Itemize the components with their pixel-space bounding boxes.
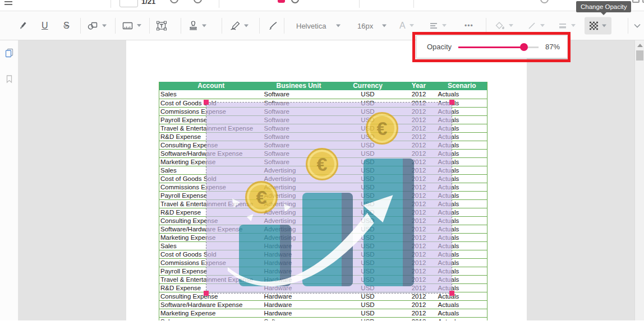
signature-button[interactable] — [230, 21, 249, 30]
scrollbar-thumb[interactable] — [636, 50, 643, 61]
app-icon[interactable] — [540, 0, 549, 3]
table-cell: Software — [263, 90, 335, 99]
growth-arrow-icon — [206, 103, 452, 293]
app-icon[interactable] — [632, 0, 640, 3]
table-cell: Hardware — [263, 309, 335, 317]
page-indicator: 1/21 — [141, 0, 155, 7]
brush-button[interactable] — [268, 21, 278, 30]
document-canvas[interactable]: Account Businees Unit Currency Year Scen… — [19, 40, 634, 320]
opacity-button[interactable] — [585, 17, 611, 34]
chevron-down-icon — [602, 24, 606, 27]
divider — [181, 18, 181, 34]
euro-coin-icon: € — [306, 148, 338, 180]
slider-fill — [458, 46, 524, 48]
table-cell: 2013 — [401, 317, 437, 320]
table-cell: Actuals — [437, 300, 487, 309]
table-header-row: Account Businees Unit Currency Year Scen… — [159, 82, 487, 90]
column-header: Currency — [335, 82, 401, 90]
resize-handle-bottom-left[interactable] — [204, 291, 209, 296]
resize-handle-bottom-right[interactable] — [449, 291, 454, 296]
fill-color-button[interactable] — [495, 21, 513, 30]
table-cell: USD — [335, 317, 401, 320]
opacity-label: Opacity — [427, 43, 452, 51]
table-cell: 2012 — [401, 90, 437, 99]
chevron-down-icon — [382, 24, 387, 27]
line-width-button[interactable] — [558, 22, 576, 30]
divider — [628, 18, 628, 34]
divider — [359, 0, 360, 8]
resize-handle-top-right[interactable] — [449, 100, 454, 105]
tool-icon-gray[interactable] — [291, 0, 299, 3]
page-thumbnails-icon[interactable] — [4, 48, 15, 60]
divider — [80, 18, 81, 34]
column-header: Year — [401, 82, 437, 90]
chevron-down-icon — [202, 24, 206, 27]
table-cell: Software/Hardware Expense — [159, 300, 263, 309]
stamp-button[interactable] — [188, 21, 206, 30]
euro-coin-icon: € — [245, 181, 278, 213]
divider — [115, 18, 116, 34]
table-cell: Sales — [159, 90, 263, 99]
page-number-input[interactable] — [119, 0, 138, 7]
menu-icon[interactable] — [4, 0, 12, 5]
chevron-down-icon — [540, 24, 545, 27]
scroll-up-arrow-icon[interactable] — [637, 44, 643, 47]
table-cell: USD — [335, 90, 401, 99]
vertical-scrollbar[interactable] — [634, 40, 644, 320]
more-options-button[interactable]: ••• — [464, 22, 473, 30]
line-style-button[interactable] — [527, 21, 545, 30]
opacity-slider[interactable] — [458, 43, 539, 51]
underline-button[interactable]: U — [42, 21, 48, 31]
chevron-down-icon — [336, 24, 341, 27]
chevron-down-icon — [410, 24, 414, 27]
font-size-select[interactable]: 16px — [357, 21, 387, 30]
opacity-popup: Opacity 87% — [416, 35, 568, 58]
zoom-out-icon[interactable] — [170, 0, 178, 3]
alignment-button[interactable] — [429, 22, 447, 30]
chevron-down-icon — [571, 24, 576, 27]
chevron-down-icon — [137, 24, 141, 27]
pencil-tool-button[interactable] — [18, 21, 27, 30]
tool-icon-pink[interactable] — [278, 0, 285, 3]
chevron-down-icon — [244, 24, 249, 27]
resize-handle-top-left[interactable] — [204, 100, 209, 105]
zoom-in-icon[interactable] — [194, 0, 202, 3]
pdf-page: Account Businees Unit Currency Year Scen… — [126, 40, 527, 320]
opacity-value: 87% — [545, 43, 560, 51]
table-cell: 2012 — [401, 309, 437, 317]
font-color-button[interactable]: A — [399, 21, 414, 31]
bookmarks-icon[interactable] — [4, 75, 14, 86]
table-row: SalesSoftwareUSD2013Actuals — [159, 317, 487, 320]
collapse-toolbar-button[interactable] — [633, 22, 642, 29]
table-cell: Actuals — [437, 317, 487, 320]
selected-image[interactable]: € € € — [206, 102, 452, 294]
table-cell: Actuals — [437, 90, 487, 99]
divider — [284, 18, 284, 34]
divider — [413, 0, 414, 8]
chevron-down-icon — [442, 24, 447, 27]
divider — [111, 0, 111, 8]
table-cell: Software — [263, 317, 335, 320]
divider — [486, 18, 486, 34]
chevron-down-icon — [102, 24, 107, 27]
top-menubar-clipped: 1/21 — [0, 0, 644, 11]
font-family-select[interactable]: Helvetica — [296, 21, 341, 30]
insert-image-button[interactable] — [122, 21, 141, 30]
euro-coin-icon: € — [366, 112, 398, 145]
slider-handle[interactable] — [520, 43, 528, 51]
table-cell: Actuals — [437, 309, 487, 317]
text-box-button[interactable] — [157, 21, 167, 30]
divider — [219, 0, 219, 8]
table-cell: USD — [335, 300, 401, 309]
table-cell: 2012 — [401, 300, 437, 309]
workspace: Account Businees Unit Currency Year Scen… — [0, 40, 644, 320]
column-header: Scenario — [437, 82, 487, 90]
divider — [149, 18, 150, 34]
table-cell: USD — [335, 309, 401, 317]
column-header: Businees Unit — [263, 82, 335, 90]
shapes-button[interactable] — [88, 21, 107, 30]
table-cell: Hardware — [263, 300, 335, 309]
strikethrough-button[interactable]: S — [63, 21, 70, 31]
table-row: SalesSoftwareUSD2012Actuals — [159, 90, 487, 99]
chevron-down-icon — [509, 24, 513, 27]
